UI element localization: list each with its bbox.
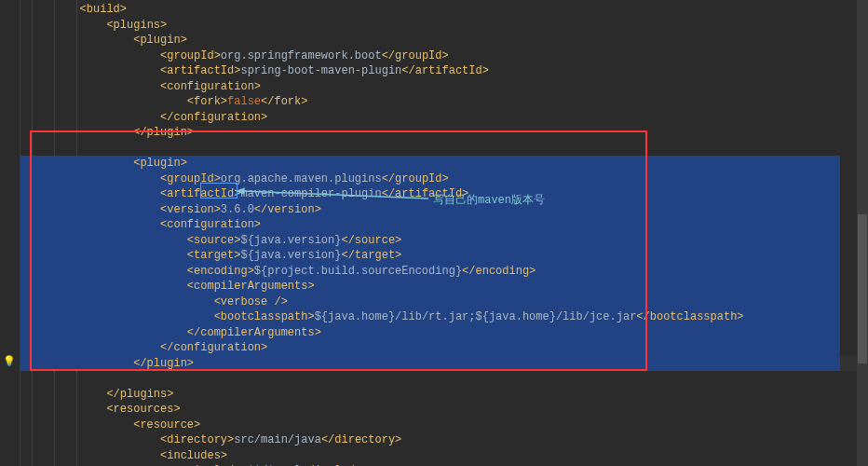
xml-tag: <target> — [187, 249, 241, 262]
code-line[interactable]: </plugin> — [20, 356, 868, 372]
xml-tag: </target> — [341, 249, 401, 262]
code-line[interactable]: <fork>false</fork> — [20, 94, 868, 110]
xml-tag: <artifactId> — [160, 187, 240, 200]
intention-bulb-icon[interactable]: 💡 — [3, 355, 16, 367]
xml-tag: <build> — [80, 3, 127, 16]
code-line[interactable]: <verbose /> — [20, 295, 868, 310]
xml-tag: <source> — [187, 234, 241, 247]
xml-tag: </groupId> — [382, 172, 449, 185]
code-line[interactable]: <artifactId>spring-boot-maven-plugin</ar… — [20, 63, 868, 79]
xml-tag: <compilerArguments> — [187, 280, 315, 293]
editor-gutter: 💡 — [0, 0, 20, 466]
vertical-scrollbar-thumb[interactable] — [858, 214, 867, 363]
annotation-text: 写自己的maven版本号 — [433, 192, 545, 208]
code-line[interactable]: <bootclasspath>${java.home}/lib/rt.jar;$… — [20, 309, 868, 325]
xml-tag: <artifactId> — [160, 64, 240, 77]
xml-tag: <resources> — [106, 403, 180, 416]
xml-tag: </plugins> — [106, 388, 173, 401]
vertical-scrollbar-track[interactable] — [857, 0, 868, 466]
xml-text: maven-compiler-plugin — [240, 187, 381, 200]
xml-tag: <groupId> — [160, 49, 221, 62]
xml-text: ${java.version} — [240, 249, 341, 262]
code-line[interactable]: </configuration> — [20, 340, 868, 356]
code-line[interactable]: <configuration> — [20, 217, 868, 233]
code-line[interactable] — [20, 141, 868, 157]
code-line[interactable]: <includes> — [20, 448, 868, 464]
xml-tag: <configuration> — [160, 80, 261, 93]
xml-tag: <directory> — [160, 433, 234, 446]
xml-tag: <groupId> — [160, 172, 221, 185]
xml-text: org.apache.maven.plugins — [221, 172, 382, 185]
xml-tag: </encoding> — [462, 265, 536, 278]
xml-tag: </artifactId> — [401, 64, 489, 77]
code-line[interactable]: </compilerArguments> — [20, 325, 868, 341]
xml-tag: </compilerArguments> — [187, 326, 321, 339]
xml-tag: <version> — [160, 203, 221, 216]
code-line[interactable]: </plugin> — [20, 125, 868, 141]
code-line[interactable]: <source>${java.version}</source> — [20, 233, 868, 249]
xml-text: ${java.version} — [240, 234, 341, 247]
xml-tag: <configuration> — [160, 218, 261, 231]
xml-text: ${project.build.sourceEncoding} — [254, 265, 462, 278]
xml-keyword: false — [227, 95, 261, 108]
xml-tag: <encoding> — [187, 265, 254, 278]
code-editor[interactable]: 💡 <build> <plugins> <plugin> <groupId>or… — [0, 0, 868, 466]
xml-tag: </source> — [341, 234, 401, 247]
xml-text: src/main/java — [234, 433, 321, 446]
xml-tag: </plugin> — [133, 357, 194, 370]
xml-text: org.springframework.boot — [221, 49, 382, 62]
code-line[interactable]: <configuration> — [20, 79, 868, 95]
code-line[interactable]: <plugin> — [20, 33, 868, 48]
code-line[interactable]: </configuration> — [20, 110, 868, 126]
code-line[interactable]: <compilerArguments> — [20, 279, 868, 295]
xml-tag: </bootclasspath> — [636, 310, 743, 323]
xml-tag: <fork> — [187, 95, 227, 108]
xml-tag: <plugin> — [133, 157, 187, 170]
code-line[interactable] — [20, 371, 868, 387]
code-line[interactable]: <resources> — [20, 402, 868, 418]
code-line[interactable]: <directory>src/main/java</directory> — [20, 432, 868, 448]
code-line[interactable]: <plugin> — [20, 156, 868, 171]
xml-tag: <plugins> — [106, 19, 167, 32]
xml-tag: <bootclasspath> — [214, 310, 315, 323]
code-line[interactable]: </plugins> — [20, 387, 868, 403]
xml-tag: <plugin> — [133, 34, 187, 47]
code-line[interactable]: <encoding>${project.build.sourceEncoding… — [20, 264, 868, 280]
xml-tag: </groupId> — [382, 49, 449, 62]
code-line[interactable]: <target>${java.version}</target> — [20, 248, 868, 264]
code-line[interactable]: <resource> — [20, 418, 868, 433]
xml-tag: <resource> — [133, 418, 200, 432]
xml-tag: <includes> — [160, 449, 227, 462]
code-line[interactable]: <build> — [20, 2, 868, 18]
xml-tag: </fork> — [261, 95, 307, 108]
xml-text: ${java.home}/lib/rt.jar;${java.home}/lib… — [315, 310, 637, 323]
code-content[interactable]: <build> <plugins> <plugin> <groupId>org.… — [20, 0, 868, 466]
xml-tag: </version> — [254, 203, 321, 216]
code-line[interactable]: <plugins> — [20, 18, 868, 34]
xml-tag: </configuration> — [160, 111, 267, 124]
xml-tag: </directory> — [321, 433, 401, 446]
xml-tag: </plugin> — [133, 126, 194, 139]
code-line[interactable]: <groupId>org.springframework.boot</group… — [20, 48, 868, 64]
xml-text: 3.6.0 — [221, 203, 254, 216]
xml-text: spring-boot-maven-plugin — [240, 64, 401, 77]
xml-tag: </configuration> — [160, 341, 267, 354]
xml-tag: <verbose /> — [214, 295, 288, 308]
code-line[interactable]: <groupId>org.apache.maven.plugins</group… — [20, 171, 868, 187]
